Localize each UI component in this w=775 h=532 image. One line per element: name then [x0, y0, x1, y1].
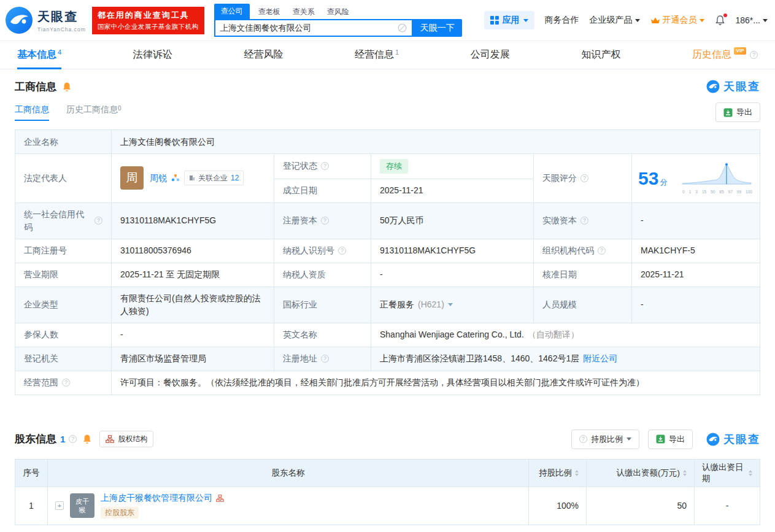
- tab-history-info[interactable]: 历史信息 VIP ?: [692, 41, 758, 69]
- crown-icon: [650, 17, 660, 25]
- logo-domain-text: TianYanCha.com: [37, 26, 86, 33]
- org-chart-icon[interactable]: [216, 495, 224, 502]
- shareholder-ratio: 100%: [529, 487, 587, 525]
- en-name-value: Shanghai Wenjiage Catering Co., Ltd. （自动…: [371, 323, 760, 347]
- address-label: 注册地址?: [274, 347, 371, 371]
- help-icon[interactable]: ?: [580, 174, 588, 182]
- org-chart-icon: [106, 435, 114, 443]
- tab-legal-proceedings[interactable]: 法律诉讼: [133, 41, 172, 69]
- column-header-date[interactable]: 认缴出资日期: [695, 460, 760, 487]
- help-icon: ?: [579, 435, 587, 443]
- chevron-down-icon: [635, 19, 640, 25]
- help-icon[interactable]: ?: [338, 247, 346, 255]
- tianyancha-logo[interactable]: 天眼查 TianYanCha.com: [5, 6, 86, 34]
- sort-icon[interactable]: [749, 470, 752, 476]
- help-icon[interactable]: ?: [750, 51, 758, 59]
- shareholder-name-cell: + 皮干 猴 上海皮干猴餐饮管理有限公司 控股股东: [48, 487, 529, 525]
- help-icon[interactable]: ?: [598, 247, 606, 255]
- nearby-companies-link[interactable]: 附近公司: [583, 352, 617, 365]
- holding-ratio-filter[interactable]: ? 持股比例: [571, 430, 639, 449]
- equity-structure-button[interactable]: 股权结构: [99, 431, 153, 447]
- org-code-label: 组织机构代码?: [534, 239, 632, 263]
- user-account[interactable]: 186*...: [736, 15, 768, 25]
- notification-dot: [723, 13, 727, 17]
- search-tab-company[interactable]: 查公司: [214, 4, 250, 19]
- clear-icon[interactable]: [398, 23, 407, 33]
- help-icon[interactable]: ?: [321, 217, 329, 225]
- est-date-label: 成立日期: [274, 179, 371, 203]
- shareholders-section: 股东信息 1 ? 股权结构 ? 持股比例: [15, 430, 760, 525]
- subtab-history-business-info[interactable]: 历史工商信息0: [66, 104, 121, 121]
- search-button[interactable]: 天眼一下: [413, 19, 462, 37]
- score-chart[interactable]: 0131550859799100: [681, 161, 754, 195]
- help-icon[interactable]: ?: [94, 217, 102, 225]
- score-cell: 53 分 0131550859799100: [632, 154, 760, 203]
- tab-operating-info[interactable]: 经营信息 1: [355, 41, 399, 69]
- help-icon[interactable]: ?: [69, 435, 77, 443]
- search-input[interactable]: [215, 23, 398, 33]
- sort-icon[interactable]: [683, 470, 687, 476]
- search-tab-risk[interactable]: 查风险: [327, 5, 349, 19]
- company-name-label: 企业名称: [15, 130, 112, 154]
- tab-company-development[interactable]: 公司发展: [471, 41, 510, 69]
- tianyancha-logo-icon: [5, 6, 33, 34]
- export-icon: [723, 108, 733, 117]
- tab-intellectual-property[interactable]: 知识产权: [581, 41, 620, 69]
- menu-enterprise-products[interactable]: 企业级产品: [590, 15, 640, 26]
- en-name-label: 英文名称: [274, 323, 371, 347]
- shareholder-amount: 50: [587, 487, 695, 525]
- staff-label: 人员规模: [534, 287, 632, 323]
- tab-operational-risk[interactable]: 经营风险: [244, 41, 283, 69]
- legal-rep-name-link[interactable]: 周锐: [150, 172, 167, 185]
- authority-value: 青浦区市场监督管理局: [112, 347, 274, 371]
- sort-icon[interactable]: [575, 470, 579, 476]
- menu-business-cooperation[interactable]: 商务合作: [545, 15, 579, 26]
- vip-label: 开通会员: [663, 15, 697, 26]
- legal-rep-avatar[interactable]: 周: [120, 166, 144, 190]
- menu-open-vip[interactable]: 开通会员: [650, 15, 704, 26]
- column-header-amount[interactable]: 认缴出资额(万元): [587, 460, 695, 487]
- search-tab-boss[interactable]: 查老板: [258, 5, 280, 19]
- address-value: 上海市青浦区徐泾镇谢卫路1458、1460、1462号1层 附近公司: [371, 347, 760, 371]
- subtab-business-info[interactable]: 工商信息: [15, 104, 49, 121]
- expand-row-button[interactable]: +: [55, 501, 64, 510]
- search-tab-relation[interactable]: 查关系: [293, 5, 315, 19]
- insured-label: 参保人数: [15, 323, 112, 347]
- shareholder-avatar[interactable]: 皮干 猴: [70, 493, 94, 518]
- column-header-ratio[interactable]: 持股比例: [529, 460, 587, 487]
- related-companies-tag[interactable]: 关联企业 12: [184, 171, 244, 185]
- apps-button[interactable]: 应用: [484, 11, 534, 29]
- tab-badge: 1: [395, 48, 399, 56]
- shareholders-table: 序号 股东名称 持股比例 认缴出资额(万元) 认缴出资日期 1 + 皮干 猴: [15, 459, 760, 525]
- equity-structure-label: 股权结构: [118, 434, 147, 444]
- page-content: 工商信息 天眼查 工商信息 历史工商信息0 导出: [0, 79, 775, 525]
- score-distribution-chart: [681, 161, 752, 185]
- chevron-down-icon: [763, 19, 768, 25]
- tianyancha-watermark-icon: [706, 80, 720, 93]
- legal-rep-cell: 周 周锐 关联企业 12: [112, 154, 274, 203]
- notification-bell[interactable]: [715, 15, 725, 26]
- shareholder-name-link[interactable]: 上海皮干猴餐饮管理有限公司: [101, 493, 212, 504]
- score-label: 天眼评分?: [534, 154, 632, 203]
- chevron-down-icon[interactable]: [448, 303, 453, 309]
- org-code-value: MAK1CHYF-5: [632, 239, 760, 263]
- chevron-down-icon: [523, 19, 528, 25]
- subscribe-bell-icon[interactable]: [82, 434, 92, 444]
- help-icon[interactable]: ?: [321, 355, 329, 363]
- building-icon: [189, 175, 195, 181]
- help-icon[interactable]: ?: [62, 379, 70, 387]
- term-label: 营业期限: [15, 263, 112, 287]
- export-button-shareholders[interactable]: 导出: [648, 430, 693, 449]
- tax-quality-label: 纳税人资质: [274, 263, 371, 287]
- subscribe-bell-icon[interactable]: [62, 82, 72, 92]
- credit-code-label: 统一社会信用代码?: [15, 203, 112, 239]
- tab-label: 经营信息: [355, 48, 394, 61]
- export-button-business[interactable]: 导出: [715, 102, 760, 122]
- tab-basic-info[interactable]: 基本信息 4: [17, 41, 61, 69]
- shareholder-date: -: [695, 487, 760, 525]
- relation-graph-icon[interactable]: [171, 174, 180, 182]
- logo-brand-text: 天眼查: [37, 9, 86, 25]
- help-icon[interactable]: ?: [321, 162, 329, 170]
- promo-banner: 都在用的商业查询工具 国家中小企业发展子基金旗下机构: [92, 7, 204, 34]
- help-icon[interactable]: ?: [580, 217, 588, 225]
